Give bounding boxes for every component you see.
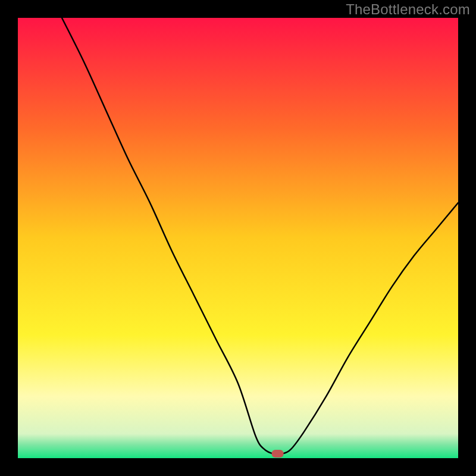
attribution-text: TheBottleneck.com — [346, 1, 470, 18]
gradient-background — [18, 18, 458, 458]
chart-svg — [18, 18, 458, 458]
optimal-marker — [272, 450, 284, 458]
chart-frame: TheBottleneck.com — [0, 0, 476, 476]
plot-area — [18, 18, 458, 458]
